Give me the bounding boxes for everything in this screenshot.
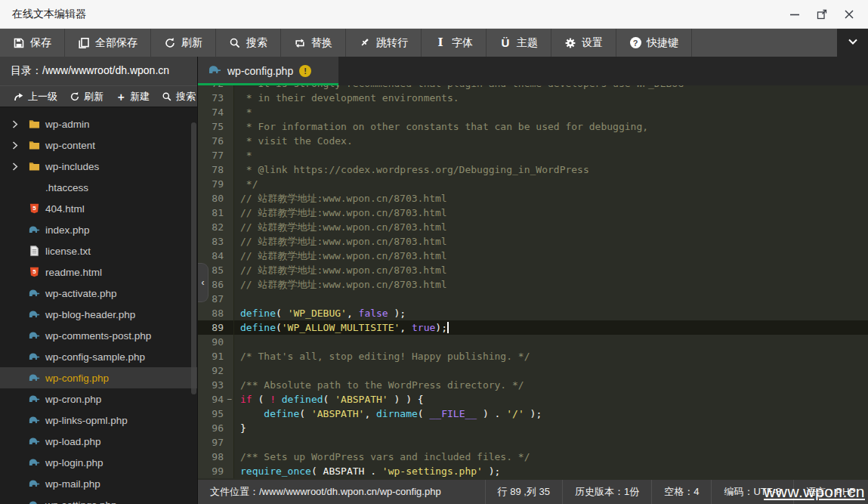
file-name: wp-includes: [45, 161, 99, 172]
line-number: 74: [198, 105, 234, 119]
php-icon: [29, 436, 45, 447]
tree-item-wp-cron.php[interactable]: wp-cron.php: [0, 388, 197, 410]
save-all-label: 全部保存: [95, 36, 137, 50]
code-line-87[interactable]: 87: [198, 292, 868, 306]
code-line-91[interactable]: 91/* That's all, stop editing! Happy pub…: [198, 349, 868, 363]
save-all-button[interactable]: 全部保存: [65, 29, 151, 57]
fold-marker-icon[interactable]: −: [227, 392, 232, 407]
code-line-80[interactable]: 80// 站群教学地址:www.wpon.cn/8703.html: [198, 191, 868, 206]
line-number: 88: [198, 306, 234, 320]
refresh-button[interactable]: 刷新: [151, 29, 216, 57]
theme-button[interactable]: Ü主题: [487, 29, 551, 57]
saveall-icon: [78, 37, 90, 49]
sidebar-refresh-button[interactable]: 刷新: [63, 90, 110, 104]
window-title: 在线文本编辑器: [12, 8, 86, 21]
close-icon[interactable]: [842, 8, 856, 21]
code-text: *: [234, 148, 252, 162]
code-line-75[interactable]: 75 * For information on other constants …: [198, 119, 868, 134]
sidebar-collapse-handle[interactable]: ‹: [198, 263, 209, 302]
toolbar-collapse-button[interactable]: [837, 29, 868, 57]
sidebar-up-level-button[interactable]: 上一级: [8, 90, 63, 104]
code-line-89[interactable]: 89define('WP_ALLOW_MULTISITE', true);: [198, 320, 868, 335]
tree-item-license.txt[interactable]: license.txt: [0, 240, 197, 261]
pin-icon: [359, 37, 371, 49]
tab-wp-config[interactable]: wp-config.php !: [198, 57, 338, 85]
tree-item-wp-links-opml.php[interactable]: wp-links-opml.php: [0, 410, 197, 431]
search-button[interactable]: 搜索: [216, 29, 281, 57]
settings-button[interactable]: 设置: [551, 29, 616, 57]
code-text: [234, 335, 240, 349]
replace-icon: [294, 37, 306, 49]
file-name: wp-blog-header.php: [45, 309, 135, 320]
editor-panel: wp-config.php ! 72 * It is strongly reco…: [198, 57, 868, 504]
minimize-icon[interactable]: [788, 8, 802, 21]
code-line-98[interactable]: 98/** Sets up WordPress vars and include…: [198, 450, 868, 464]
code-line-90[interactable]: 90: [198, 335, 868, 349]
tree-item-wp-includes[interactable]: wp-includes: [0, 156, 197, 177]
tree-item-.htaccess[interactable]: .htaccess: [0, 177, 197, 198]
line-number: 75: [198, 119, 234, 134]
tree-item-wp-mail.php[interactable]: wp-mail.php: [0, 473, 197, 494]
sidebar-scrollbar[interactable]: [191, 122, 196, 394]
line-number: 84: [198, 249, 234, 263]
tree-item-wp-activate.php[interactable]: wp-activate.php: [0, 283, 197, 304]
file-name: wp-load.php: [45, 436, 101, 447]
chevron-right-icon[interactable]: [12, 141, 29, 150]
tree-item-wp-config.php[interactable]: wp-config.php: [0, 367, 197, 388]
code-line-78[interactable]: 78 * @link https://codex.wordpress.org/D…: [198, 162, 868, 177]
tree-item-index.php[interactable]: index.php: [0, 219, 197, 240]
file-name: wp-admin: [45, 119, 90, 130]
code-line-84[interactable]: 84// 站群教学地址:www.wpon.cn/8703.html: [198, 249, 868, 263]
code-line-96[interactable]: 96}: [198, 421, 868, 435]
code-line-81[interactable]: 81// 站群教学地址:www.wpon.cn/8703.html: [198, 206, 868, 220]
file-name: wp-config-sample.php: [45, 351, 145, 363]
goto-line-button[interactable]: 跳转行: [346, 29, 422, 57]
chevron-right-icon[interactable]: [12, 162, 29, 171]
code-line-88[interactable]: 88define( 'WP_DEBUG', false );: [198, 306, 868, 320]
tree-item-wp-blog-header.php[interactable]: wp-blog-header.php: [0, 304, 197, 325]
chevron-right-icon[interactable]: [12, 120, 29, 128]
status-spaces: 空格：4: [652, 485, 711, 499]
code-line-85[interactable]: 85// 站群教学地址:www.wpon.cn/8703.html: [198, 263, 868, 277]
code-line-97[interactable]: 97: [198, 435, 868, 450]
code-editor[interactable]: 72 * It is strongly recommended that plu…: [198, 85, 868, 480]
tree-item-wp-admin[interactable]: wp-admin: [0, 113, 197, 135]
tree-item-wp-config-sample.php[interactable]: wp-config-sample.php: [0, 346, 197, 367]
font-icon: I: [434, 37, 446, 49]
tree-item-wp-content[interactable]: wp-content: [0, 135, 197, 156]
tree-item-404.html[interactable]: 5404.html: [0, 198, 197, 219]
code-line-93[interactable]: 93/** Absolute path to the WordPress dir…: [198, 378, 868, 392]
sidebar-search-button[interactable]: 搜索: [156, 90, 202, 104]
sidebar-new-button[interactable]: ＋新建: [110, 90, 156, 104]
tree-item-wp-load.php[interactable]: wp-load.php: [0, 431, 197, 452]
status-history: 历史版本：1份: [563, 485, 651, 499]
code-line-99[interactable]: 99require_once( ABSPATH . 'wp-settings.p…: [198, 464, 868, 478]
save-button[interactable]: 保存: [0, 29, 65, 57]
php-icon: [209, 64, 221, 78]
code-line-82[interactable]: 82// 站群教学地址:www.wpon.cn/8703.html: [198, 220, 868, 234]
tree-item-wp-settings.php[interactable]: wp-settings.php: [0, 494, 197, 504]
tree-item-readme.html[interactable]: 5readme.html: [0, 261, 197, 283]
font-button[interactable]: I字体: [422, 29, 487, 57]
code-line-77[interactable]: 77 *: [198, 148, 868, 162]
code-line-73[interactable]: 73 * in their development environments.: [198, 91, 868, 105]
line-number: 99: [198, 464, 234, 478]
hotkeys-button[interactable]: ?快捷键: [616, 29, 692, 57]
tree-item-wp-login.php[interactable]: wp-login.php: [0, 452, 197, 473]
code-line-74[interactable]: 74 *: [198, 105, 868, 119]
refresh-icon: [70, 91, 80, 102]
code-line-76[interactable]: 76 * visit the Codex.: [198, 134, 868, 148]
uparrow-icon: [14, 91, 24, 102]
code-line-72[interactable]: 72 * It is strongly recommended that plu…: [198, 85, 868, 91]
code-line-94[interactable]: 94−if ( ! defined( 'ABSPATH' ) ) {: [198, 392, 868, 407]
code-text: * in their development environments.: [234, 91, 459, 105]
code-line-95[interactable]: 95 define( 'ABSPATH', dirname( __FILE__ …: [198, 407, 868, 421]
maximize-icon[interactable]: [815, 8, 829, 21]
code-text: // 站群教学地址:www.wpon.cn/8703.html: [234, 263, 447, 277]
tree-item-wp-comments-post.php[interactable]: wp-comments-post.php: [0, 325, 197, 346]
code-line-86[interactable]: 86// 站群教学地址:www.wpon.cn/8703.html: [198, 277, 868, 292]
code-line-83[interactable]: 83// 站群教学地址:www.wpon.cn/8703.html: [198, 234, 868, 249]
code-line-92[interactable]: 92: [198, 363, 868, 378]
replace-button[interactable]: 替换: [281, 29, 346, 57]
code-line-79[interactable]: 79 */: [198, 177, 868, 191]
